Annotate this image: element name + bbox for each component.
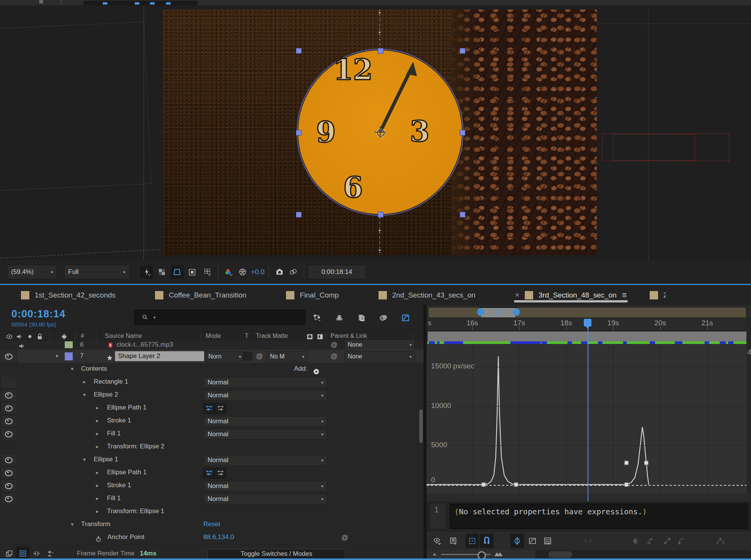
stopwatch-icon[interactable]	[91, 532, 105, 546]
snap-icon[interactable]	[480, 534, 494, 548]
selection-handle[interactable]	[378, 48, 383, 54]
separate-dimensions-icon[interactable]: X,Y	[581, 534, 595, 548]
property-label[interactable]: Ellipse 1	[94, 456, 118, 463]
graph-type-options-icon[interactable]	[446, 534, 460, 548]
resolution-dropdown[interactable]: Full▾	[64, 265, 129, 279]
layer-name-selected[interactable]: Shape Layer 2	[115, 351, 204, 361]
property-label[interactable]: Stroke 1	[107, 482, 131, 489]
parent-dropdown[interactable]: None▾	[344, 339, 415, 350]
zoom-in-icon[interactable]	[494, 552, 503, 556]
blend-mode-dropdown[interactable]: Normal▾	[203, 416, 328, 427]
selection-handle[interactable]	[460, 48, 465, 54]
property-label[interactable]: Transform	[81, 520, 110, 528]
viewer-timecode[interactable]: 0:00:18:14	[308, 265, 366, 279]
property-label[interactable]: Fill 1	[107, 430, 121, 437]
visibility-cell[interactable]	[1, 454, 17, 466]
track-matte-dropdown[interactable]: No M▾	[267, 351, 307, 362]
graph-horizontal-scrollbar[interactable]	[548, 551, 572, 558]
comp-flowchart-icon[interactable]	[310, 310, 324, 325]
reset-link[interactable]: Reset	[203, 520, 220, 528]
motion-blur-icon[interactable]	[377, 310, 390, 325]
timeline-search-input[interactable]: ▾	[134, 310, 305, 325]
path-direction-right-icon[interactable]	[215, 403, 226, 414]
column-parent-link[interactable]: Parent & Link	[331, 333, 367, 339]
tool-option-icon[interactable]	[166, 2, 171, 5]
region-of-interest-icon[interactable]	[186, 265, 199, 279]
exposure-shutter-icon[interactable]	[236, 265, 249, 279]
property-label[interactable]: Transform: Ellipse 2	[107, 443, 165, 450]
timeline-navigator[interactable]	[428, 307, 746, 318]
expander-icon[interactable]: ▸	[96, 495, 99, 501]
graph-editor-icon[interactable]	[399, 310, 412, 325]
overflow-tab-fragment[interactable]: 2	[650, 285, 666, 305]
visibility-cell[interactable]	[1, 480, 17, 492]
layer-name[interactable]: clock-t...65775.mp3	[117, 341, 173, 349]
blend-mode-dropdown[interactable]: Normal▾	[203, 481, 328, 491]
tool-option-icon[interactable]	[150, 2, 155, 5]
mode-dropdown[interactable]: Norn▾	[205, 351, 244, 362]
fit-all-graphs-icon[interactable]	[541, 534, 554, 548]
selection-handle[interactable]	[296, 130, 302, 136]
selection-handle[interactable]	[296, 48, 302, 54]
expander-icon[interactable]: ▾	[71, 521, 74, 527]
visibility-cell[interactable]	[1, 428, 17, 440]
visibility-cell[interactable]	[1, 402, 17, 414]
property-label[interactable]: Stroke 1	[107, 417, 131, 424]
visibility-cell[interactable]	[1, 415, 17, 427]
zoom-slider[interactable]	[441, 554, 491, 555]
frame-blend-icon[interactable]	[355, 310, 368, 325]
column-hash[interactable]: #	[81, 333, 84, 339]
transparency-grid-icon[interactable]	[155, 265, 168, 279]
hold-interpolation-icon[interactable]	[643, 534, 657, 548]
fast-preview-icon[interactable]	[140, 265, 153, 279]
path-direction-left-icon[interactable]	[203, 403, 214, 414]
property-label[interactable]: Fill 1	[107, 494, 121, 502]
show-transform-box-icon[interactable]	[465, 534, 479, 548]
exposure-value[interactable]: +0.0	[251, 268, 265, 276]
column-track-matte[interactable]: Track Matte	[256, 333, 288, 339]
eye-icon[interactable]	[5, 470, 13, 476]
selection-handle[interactable]	[460, 212, 465, 218]
expander-icon[interactable]: ▸	[96, 508, 99, 514]
selection-handle[interactable]	[296, 212, 302, 218]
choose-graph-properties-icon[interactable]	[430, 534, 444, 548]
blend-mode-dropdown[interactable]: Normal▾	[203, 377, 328, 388]
tab-menu-icon[interactable]: ≡	[622, 290, 627, 300]
fit-selection-icon[interactable]	[526, 534, 539, 548]
eye-icon[interactable]	[5, 431, 13, 437]
matte-pickwhip-icon[interactable]: @	[256, 352, 263, 360]
layer-expander[interactable]: ▾	[56, 353, 58, 359]
parent-dropdown[interactable]: None▾	[344, 351, 415, 362]
eye-icon[interactable]	[5, 354, 13, 360]
property-label[interactable]: Anchor Point	[107, 533, 144, 541]
easy-ease-icon[interactable]	[714, 534, 727, 548]
eye-icon[interactable]	[5, 392, 13, 398]
visibility-cell[interactable]	[1, 493, 17, 505]
current-time-display[interactable]: 0:00:18:14	[11, 308, 66, 320]
selection-handle[interactable]	[378, 212, 383, 218]
keyframe-marker[interactable]	[624, 483, 628, 487]
property-label[interactable]: Ellipse 2	[94, 391, 118, 398]
clock-shape-layer[interactable]: 12 3 6 9	[298, 50, 462, 214]
zoom-out-icon[interactable]	[433, 553, 436, 555]
shy-layers-icon[interactable]	[332, 310, 346, 325]
property-value[interactable]: 88.6,134.0	[203, 533, 234, 541]
keyframe-marker[interactable]	[481, 483, 486, 487]
contents-expander[interactable]: ▾	[71, 366, 74, 372]
expression-field[interactable]: (No selected properties have expressions…	[450, 504, 748, 529]
comp-tab-1st_Section_42_seconds[interactable]: 1st_Section_42_seconds	[21, 285, 115, 305]
parent-pickwhip-icon[interactable]: @	[331, 341, 337, 349]
expander-icon[interactable]: ▸	[96, 418, 99, 424]
tab-close-icon[interactable]: ×	[515, 291, 519, 299]
property-label[interactable]: Ellipse Path 1	[107, 469, 147, 476]
expander-icon[interactable]: ▸	[96, 443, 99, 450]
visibility-cell[interactable]	[1, 389, 17, 402]
comp-tab-Final_Comp[interactable]: Final_Comp	[286, 285, 339, 305]
keyframe-marker[interactable]	[624, 461, 628, 465]
composition-frame[interactable]: 12 3 6 9	[163, 10, 597, 255]
expander-icon[interactable]: ▸	[96, 482, 99, 488]
tool-icon[interactable]	[39, 0, 43, 3]
snapshot-camera-icon[interactable]	[273, 265, 286, 279]
comp-tab-2nd_Section_43_secs_on[interactable]: 2nd_Section_43_secs_on	[379, 285, 476, 305]
comp-tab-3rd_Section_48_sec_on[interactable]: ×3rd_Section_48_sec_on≡	[515, 285, 626, 305]
